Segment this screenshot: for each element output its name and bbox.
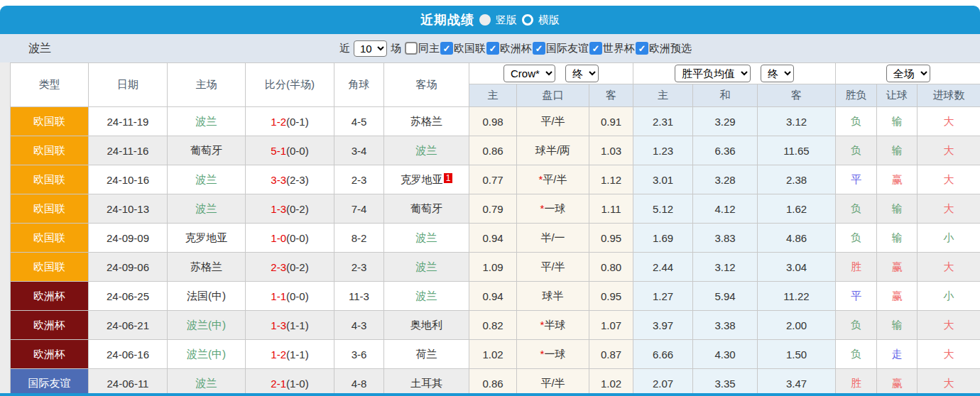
cell-avg-home: 5.12: [633, 194, 693, 224]
top-margin: [0, 0, 980, 6]
cell-handicap-odds-away: 1.02: [589, 369, 633, 396]
header-avg-draw: 和: [693, 84, 758, 107]
cell-avg-draw: 3.12: [693, 253, 758, 282]
cell-home-team: 波兰(中): [168, 340, 246, 369]
cell-result-wdl: 负: [836, 136, 877, 165]
handicap-text: 球半/两: [535, 144, 570, 156]
recent-count-select[interactable]: 10: [354, 40, 387, 57]
cell-avg-home: 3.01: [633, 165, 693, 194]
cell-away-team: 克罗地亚1: [384, 165, 469, 194]
header-handicap: 盘口: [517, 84, 589, 107]
table-row: 欧洲杯24-06-21波兰(中)1-3(1-1)4-3奥地利0.82*半球1.0…: [11, 311, 980, 340]
score-halftime: (0-1): [286, 116, 309, 128]
cell-home-team: 苏格兰: [168, 253, 246, 282]
away-team-name: 荷兰: [416, 348, 437, 360]
cell-competition-type: 欧国联: [11, 136, 89, 165]
cell-handicap-odds-away: 0.80: [589, 253, 633, 282]
cell-handicap-line: 平/半: [517, 253, 589, 282]
checkbox-checked-icon[interactable]: ✓: [486, 42, 499, 55]
cell-avg-home: 1.69: [633, 224, 693, 253]
cell-handicap-line: *一球: [517, 340, 589, 369]
avg-state-select[interactable]: 终: [761, 65, 794, 82]
cell-handicap-odds-home: 0.98: [469, 107, 517, 136]
cell-home-team: 波兰: [168, 369, 246, 396]
cell-away-team: 荷兰: [384, 340, 469, 369]
cell-handicap-odds-home: 0.86: [469, 136, 517, 165]
cell-date: 24-06-11: [89, 369, 168, 396]
cell-competition-type: 欧洲杯: [11, 340, 89, 369]
cell-avg-home: 1.23: [633, 136, 693, 165]
cell-away-team: 波兰: [384, 224, 469, 253]
table-row: 欧国联24-09-09克罗地亚1-0(0-0)8-2波兰0.94半/一0.951…: [11, 224, 980, 253]
cell-avg-draw: 4.30: [693, 340, 758, 369]
bookmaker-state-select[interactable]: 终: [565, 65, 599, 82]
cell-result-handicap: 输: [877, 224, 918, 253]
score-halftime: (1-1): [286, 319, 309, 331]
cell-handicap-odds-home: 0.94: [469, 282, 517, 311]
score-halftime: (0-2): [286, 261, 309, 273]
cell-competition-type: 欧洲杯: [11, 311, 89, 340]
cell-handicap-odds-home: 0.79: [469, 194, 517, 224]
away-team-name: 波兰: [416, 260, 437, 273]
filter-checkbox[interactable]: 同主: [405, 42, 440, 55]
handicap-text: 一球: [544, 202, 565, 214]
checkbox-label: 欧国联: [454, 42, 486, 55]
checkbox-checked-icon[interactable]: ✓: [440, 42, 453, 55]
cell-score: 1-3(0-2): [246, 194, 334, 224]
cell-score: 5-1(0-0): [246, 136, 334, 165]
cell-corners: 3-4: [334, 136, 384, 165]
cell-handicap-line: *平/半: [517, 165, 589, 194]
cell-avg-draw: 5.94: [693, 282, 758, 311]
header-result-handicap: 让球: [877, 84, 918, 107]
table-row: 欧国联24-10-16波兰3-3(2-3)2-3克罗地亚10.77*平/半1.1…: [11, 165, 980, 194]
red-card-badge: 1: [444, 173, 453, 183]
radio-label-horizontal[interactable]: 横版: [538, 13, 560, 27]
cell-result-wdl: 负: [836, 107, 877, 136]
filter-checkbox[interactable]: ✓欧国联: [440, 42, 486, 55]
table-row: 欧国联24-10-13波兰1-3(0-2)7-4葡萄牙0.79*一球1.115.…: [11, 194, 980, 224]
filter-checkbox[interactable]: ✓欧洲预选: [636, 42, 692, 55]
checkbox-checked-icon[interactable]: ✓: [589, 42, 602, 55]
cell-handicap-odds-home: 1.02: [469, 340, 517, 369]
header-corners: 角球: [334, 63, 384, 107]
filter-checkboxes: 同主✓欧国联✓欧洲杯✓国际友谊✓世界杯✓欧洲预选: [405, 42, 692, 55]
cell-avg-away: 3.04: [758, 253, 836, 282]
cell-away-team: 苏格兰: [384, 107, 469, 136]
cell-avg-home: 3.97: [633, 311, 693, 340]
header-odds-home: 主: [469, 84, 517, 107]
cell-avg-draw: 3.38: [693, 311, 758, 340]
cell-handicap-line: 平/半: [517, 107, 589, 136]
cell-avg-away: 3.12: [758, 107, 836, 136]
scope-select[interactable]: 全场: [886, 65, 930, 82]
filter-checkbox[interactable]: ✓国际友谊: [533, 42, 589, 55]
cell-result-handicap: 输: [877, 107, 918, 136]
filter-checkbox[interactable]: ✓世界杯: [589, 42, 635, 55]
cell-avg-away: 11.65: [758, 136, 836, 165]
cell-handicap-line: *一球: [517, 194, 589, 224]
handicap-text: 平/半: [543, 173, 567, 185]
checkbox-checked-icon[interactable]: ✓: [636, 42, 648, 55]
header-select-row: 类型 日期 主场 比分(半场) 角球 客场 Crow* 终: [11, 63, 980, 84]
away-team-name: 克罗地亚: [401, 173, 443, 185]
radio-selected-icon[interactable]: [479, 14, 491, 26]
cell-avg-away: 2.00: [758, 311, 836, 340]
cell-away-team: 葡萄牙: [384, 194, 469, 224]
cell-handicap-odds-home: 0.86: [469, 369, 517, 396]
table-row: 国际友谊24-06-11波兰2-1(1-0)4-8土耳其0.86平/半1.022…: [11, 369, 980, 396]
cell-avg-away: 1.50: [758, 340, 836, 369]
avg-type-select[interactable]: 胜平负均值: [675, 65, 751, 82]
cell-handicap-odds-away: 0.87: [589, 340, 633, 369]
checkbox-unchecked-icon[interactable]: [405, 42, 418, 55]
team-name: 波兰: [28, 41, 51, 56]
radio-unselected-icon[interactable]: [522, 14, 533, 26]
filter-checkbox[interactable]: ✓欧洲杯: [486, 42, 532, 55]
cell-result-wdl: 负: [836, 340, 877, 369]
cell-corners: 3-6: [334, 340, 384, 369]
bookmaker-select[interactable]: Crow*: [503, 65, 555, 82]
cell-competition-type: 国际友谊: [11, 369, 89, 396]
away-team-name: 土耳其: [410, 377, 442, 389]
checkbox-checked-icon[interactable]: ✓: [533, 42, 545, 55]
checkbox-label: 世界杯: [603, 42, 635, 55]
radio-label-vertical[interactable]: 竖版: [496, 13, 517, 27]
cell-avg-away: 1.62: [758, 194, 836, 224]
